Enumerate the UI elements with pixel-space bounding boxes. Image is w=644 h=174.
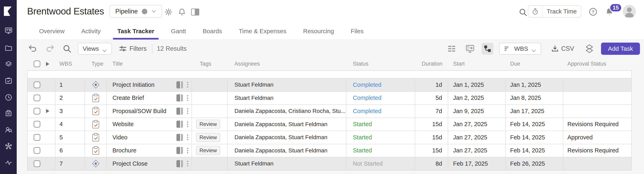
start-date-cell[interactable]: Jan 9, 2025 xyxy=(448,105,506,118)
due-date-cell[interactable]: Feb 14, 2025 xyxy=(506,118,563,131)
activity-pulse-icon[interactable] xyxy=(4,158,13,167)
invoices-icon[interactable] xyxy=(4,109,13,117)
title-cell[interactable]: Brochure xyxy=(107,144,192,157)
due-date-cell[interactable]: Feb 14, 2025 xyxy=(506,131,563,144)
tasks-clipboard-icon[interactable] xyxy=(4,77,13,85)
assignees-cell[interactable]: Daniela Zappacosta, Stuart Feldman xyxy=(228,118,346,131)
col-header-type[interactable]: Type xyxy=(85,61,107,67)
gantt-view-icon[interactable] xyxy=(465,44,475,54)
row-checkbox[interactable] xyxy=(34,94,40,101)
row-checkbox[interactable] xyxy=(34,121,40,128)
title-cell[interactable]: Project Close xyxy=(107,157,192,170)
task-title[interactable]: Create Brief xyxy=(112,94,144,101)
table-row[interactable]: 4 Website Review Daniela Zappacosta, Stu… xyxy=(28,118,631,131)
row-checkbox[interactable] xyxy=(34,82,40,88)
start-date-cell[interactable]: Jan 27, 2025 xyxy=(448,131,506,144)
status-cell[interactable]: Started xyxy=(346,118,415,131)
tab-task-tracker[interactable]: Task Tracker xyxy=(112,23,160,40)
task-title[interactable]: Website xyxy=(112,121,134,128)
dependencies-view-icon[interactable] xyxy=(482,43,494,54)
col-header-approval-status[interactable]: Approval Status xyxy=(563,61,631,67)
col-header-wbs[interactable]: WBS xyxy=(56,61,85,67)
assignees-cell[interactable]: Daniela Zappacosta, Stuart Feldman xyxy=(228,144,346,157)
due-date-cell[interactable]: Jan 1, 2025 xyxy=(506,78,563,91)
views-dropdown[interactable]: Views xyxy=(78,43,112,54)
expand-all-icon[interactable] xyxy=(46,62,49,66)
expand-row-icon[interactable] xyxy=(46,109,49,113)
tab-files[interactable]: Files xyxy=(345,23,369,40)
tab-gantt[interactable]: Gantt xyxy=(166,23,191,40)
user-avatar[interactable] xyxy=(623,5,636,18)
assignees-cell[interactable]: Stuart Feldman xyxy=(228,78,346,91)
due-date-cell[interactable]: Jan 8, 2025 xyxy=(506,92,563,104)
tab-resourcing[interactable]: Resourcing xyxy=(298,23,340,40)
undo-icon[interactable] xyxy=(28,44,38,54)
open-side-panel-icon[interactable] xyxy=(176,120,183,128)
resourcing-search-icon[interactable] xyxy=(4,126,13,134)
title-cell[interactable]: Proposal/SOW Build xyxy=(107,105,192,118)
col-header-title[interactable]: Title xyxy=(107,61,192,67)
title-cell[interactable]: Video xyxy=(107,131,192,144)
row-menu-icon[interactable] xyxy=(186,81,189,88)
row-checkbox[interactable] xyxy=(34,134,40,141)
tab-time-expenses[interactable]: Time & Expenses xyxy=(234,23,292,40)
open-side-panel-icon[interactable] xyxy=(176,81,183,88)
network-icon[interactable] xyxy=(4,142,13,150)
row-checkbox[interactable] xyxy=(34,147,40,154)
title-cell[interactable]: Create Brief xyxy=(107,92,192,104)
row-menu-icon[interactable] xyxy=(186,147,189,154)
col-header-due[interactable]: Due xyxy=(506,61,563,67)
start-date-cell[interactable]: Jan 27, 2025 xyxy=(448,118,506,131)
tab-overview[interactable]: Overview xyxy=(34,23,70,40)
start-date-cell[interactable]: Jan 27, 2025 xyxy=(448,144,506,157)
tab-activity[interactable]: Activity xyxy=(76,23,106,40)
status-cell[interactable]: Started xyxy=(346,144,415,157)
help-icon[interactable]: ? xyxy=(588,7,598,16)
open-side-panel-icon[interactable] xyxy=(176,134,183,141)
row-menu-icon[interactable] xyxy=(186,134,189,141)
start-date-cell[interactable]: Jan 1, 2025 xyxy=(448,78,506,91)
select-all-checkbox[interactable] xyxy=(34,60,40,67)
row-checkbox[interactable] xyxy=(34,108,40,114)
collapse-all-icon[interactable] xyxy=(585,44,594,54)
redo-icon[interactable] xyxy=(45,44,54,54)
projects-folder-icon[interactable] xyxy=(4,44,13,52)
task-title[interactable]: Brochure xyxy=(112,147,136,154)
start-date-cell[interactable]: Feb 17, 2025 xyxy=(448,157,506,170)
dashboard-icon[interactable] xyxy=(4,26,13,35)
table-search-icon[interactable] xyxy=(62,44,72,54)
row-menu-icon[interactable] xyxy=(186,94,189,102)
open-side-panel-icon[interactable] xyxy=(176,147,183,154)
project-settings-gear-icon[interactable] xyxy=(164,8,173,16)
project-bell-icon[interactable] xyxy=(178,8,186,16)
layers-icon[interactable] xyxy=(4,60,13,68)
row-menu-icon[interactable] xyxy=(186,120,189,128)
row-menu-icon[interactable] xyxy=(186,107,189,115)
tag-pill[interactable]: Review xyxy=(196,146,220,155)
search-icon[interactable] xyxy=(518,8,528,17)
sort-wbs-dropdown[interactable]: WBS xyxy=(499,43,541,54)
notification-count-badge[interactable]: 15 xyxy=(609,3,622,12)
export-csv-button[interactable]: CSV xyxy=(551,44,574,53)
col-header-start[interactable]: Start xyxy=(448,61,506,67)
table-row[interactable]: 5 Video Review Daniela Zappacosta, Stuar… xyxy=(28,130,631,144)
due-date-cell[interactable]: Feb 26, 2025 xyxy=(506,157,563,170)
time-clock-icon[interactable] xyxy=(4,93,13,102)
assignees-cell[interactable]: Daniela Zappacosta, Stuart Feldman xyxy=(228,131,346,144)
col-header-tags[interactable]: Tags xyxy=(192,61,228,67)
project-status-dropdown[interactable]: Pipeline xyxy=(110,5,162,18)
filters-button[interactable]: Filters xyxy=(119,44,146,53)
tab-boards[interactable]: Boards xyxy=(198,23,227,40)
assignees-cell[interactable]: Daniela Zappacosta, Cristiano Rocha, Stu… xyxy=(228,105,346,118)
tag-pill[interactable]: Review xyxy=(196,133,220,142)
table-row[interactable]: 6 Brochure Review Daniela Zappacosta, St… xyxy=(28,144,631,157)
track-time-button[interactable]: Track Time xyxy=(528,5,581,18)
table-row[interactable]: 2 Create Brief Stuart Feldman Completed xyxy=(28,91,631,104)
open-side-panel-icon[interactable] xyxy=(176,160,183,167)
title-cell[interactable]: Project Initiation xyxy=(107,78,192,91)
task-title[interactable]: Video xyxy=(112,134,128,141)
status-cell[interactable]: Not Started xyxy=(346,157,415,170)
task-title[interactable]: Project Initiation xyxy=(112,82,154,88)
open-side-panel-icon[interactable] xyxy=(176,94,183,102)
row-menu-icon[interactable] xyxy=(186,160,189,167)
